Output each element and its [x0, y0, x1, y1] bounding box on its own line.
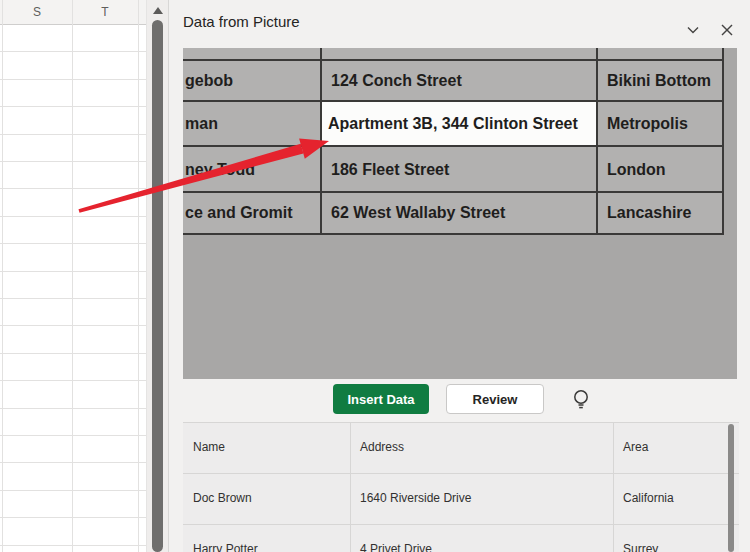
results-cell[interactable]: Surrey — [623, 542, 658, 552]
photo-cell-address: 62 West Wallaby Street — [331, 204, 505, 222]
sheet-vertical-scrollbar[interactable] — [146, 0, 168, 552]
gridline — [138, 0, 139, 552]
photo-table-border — [183, 145, 724, 147]
gridline — [72, 0, 73, 552]
photo-cell-name: ce and Gromit — [185, 204, 293, 222]
close-icon[interactable] — [718, 21, 736, 39]
results-scrollbar-thumb[interactable] — [728, 424, 734, 552]
photo-cell-area: Metropolis — [607, 115, 688, 133]
results-cell[interactable]: Doc Brown — [193, 491, 252, 506]
photo-cell-name: gebob — [185, 72, 233, 90]
scroll-up-icon[interactable] — [153, 7, 163, 14]
photo-table-border — [183, 233, 724, 235]
photo-cell-name: man — [185, 115, 218, 133]
results-cell[interactable]: 1640 Riverside Drive — [360, 491, 471, 506]
row-divider — [183, 473, 739, 474]
results-cell[interactable]: Harry Potter — [193, 542, 258, 552]
insert-data-button[interactable]: Insert Data — [333, 384, 429, 414]
data-from-picture-pane: Data from Picture gebob 124 Conch Street… — [168, 0, 750, 552]
photo-cell-name: ney Todd — [185, 161, 255, 179]
scrollbar-thumb[interactable] — [152, 20, 163, 552]
column-header-row[interactable]: S T — [0, 0, 146, 25]
photo-table-border — [183, 100, 724, 102]
column-divider — [350, 423, 351, 552]
chevron-down-icon[interactable] — [684, 21, 702, 39]
spreadsheet-grid[interactable]: S T — [0, 0, 146, 552]
results-table[interactable]: Name Address Area Doc Brown 1640 Riversi… — [183, 422, 739, 552]
gridline — [2, 0, 3, 552]
photo-table-border — [183, 59, 724, 61]
picture-preview[interactable]: gebob 124 Conch Street Bikini Bottom man… — [183, 48, 737, 379]
row-divider — [183, 524, 739, 525]
photo-table-border — [320, 48, 322, 235]
results-cell[interactable]: California — [623, 491, 674, 506]
column-header-t[interactable]: T — [72, 0, 138, 25]
photo-cell-address: 124 Conch Street — [331, 72, 462, 90]
grid-cells[interactable] — [0, 25, 146, 552]
photo-cell-address: 186 Fleet Street — [331, 161, 449, 179]
photo-table-border — [722, 48, 724, 235]
photo-cell-area: Lancashire — [607, 204, 691, 222]
photo-cell-area: Bikini Bottom — [607, 72, 711, 90]
app-window: S T Data from Picture — [0, 0, 750, 552]
results-cell[interactable]: 4 Privet Drive — [360, 542, 432, 552]
pane-title: Data from Picture — [183, 13, 300, 30]
photo-cell-area: London — [607, 161, 666, 179]
column-header-s[interactable]: S — [2, 0, 72, 25]
photo-cell-address: Apartment 3B, 344 Clinton Street — [328, 115, 578, 133]
results-header-area: Area — [623, 440, 648, 455]
review-button[interactable]: Review — [446, 384, 544, 414]
results-header-address: Address — [360, 440, 404, 455]
column-divider — [613, 423, 614, 552]
photo-table-border — [596, 48, 598, 235]
photo-table-border — [183, 191, 724, 193]
lightbulb-icon[interactable] — [568, 386, 594, 412]
results-header-name: Name — [193, 440, 225, 455]
